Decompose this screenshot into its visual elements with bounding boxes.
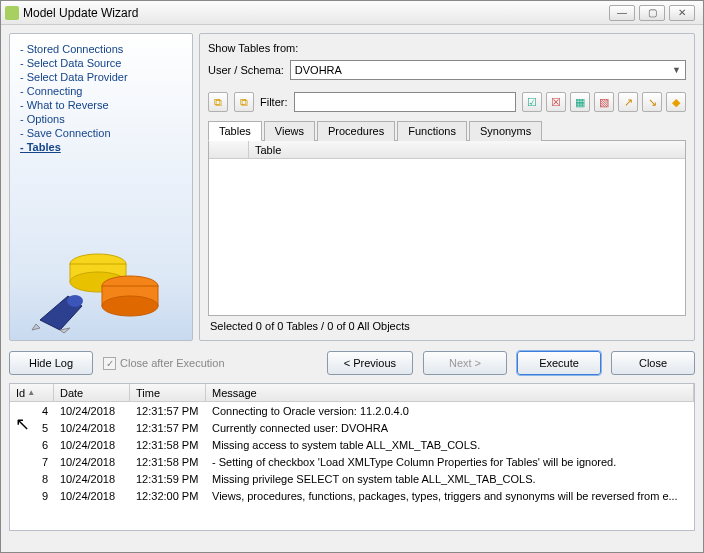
object-list[interactable]: Table: [208, 141, 686, 316]
wizard-window: Model Update Wizard — ▢ ✕ - Stored Conne…: [0, 0, 704, 553]
exclude-toggle-icon-glyph: ↘: [648, 96, 657, 109]
close-window-button[interactable]: ✕: [669, 5, 695, 21]
log-col-time[interactable]: Time: [130, 384, 206, 401]
log-row[interactable]: 410/24/201812:31:57 PMConnecting to Orac…: [10, 402, 694, 419]
log-row[interactable]: 910/24/201812:32:00 PMViews, procedures,…: [10, 487, 694, 504]
filter-apply-icon-glyph: ▦: [575, 96, 585, 109]
maximize-button[interactable]: ▢: [639, 5, 665, 21]
close-button[interactable]: Close: [611, 351, 695, 375]
log-row[interactable]: 710/24/201812:31:58 PM - Setting of chec…: [10, 453, 694, 470]
paste-icon: ⧉: [240, 96, 248, 109]
toolbar-btn-1[interactable]: ⧉: [208, 92, 228, 112]
show-tables-from-label: Show Tables from:: [208, 42, 298, 54]
tab-synonyms[interactable]: Synonyms: [469, 121, 542, 141]
filter-input[interactable]: [294, 92, 517, 112]
checkbox-icon: ✓: [103, 357, 116, 370]
wizard-graphic: [30, 234, 170, 334]
app-icon: [5, 6, 19, 20]
nav-item-what-to-reverse[interactable]: - What to Reverse: [20, 98, 182, 112]
schema-value: DVOHRA: [295, 64, 342, 76]
nav-item-select-data-source[interactable]: - Select Data Source: [20, 56, 182, 70]
log-row[interactable]: 610/24/201812:31:58 PMMissing access to …: [10, 436, 694, 453]
nav-item-connecting[interactable]: - Connecting: [20, 84, 182, 98]
list-checkbox-column[interactable]: [209, 141, 249, 158]
sort-asc-icon: ▲: [27, 388, 35, 397]
execute-button[interactable]: Execute: [517, 351, 601, 375]
nav-item-select-data-provider[interactable]: - Select Data Provider: [20, 70, 182, 84]
select-none-icon[interactable]: ☒: [546, 92, 566, 112]
include-toggle-icon[interactable]: ↗: [618, 92, 638, 112]
schema-label: User / Schema:: [208, 64, 284, 76]
right-panel: Show Tables from: User / Schema: DVOHRA …: [199, 33, 695, 341]
svg-point-5: [102, 296, 158, 316]
window-title: Model Update Wizard: [23, 6, 609, 20]
tab-views[interactable]: Views: [264, 121, 315, 141]
log-col-id[interactable]: Id▲: [10, 384, 54, 401]
highlight-icon[interactable]: ◆: [666, 92, 686, 112]
exclude-toggle-icon[interactable]: ↘: [642, 92, 662, 112]
log-col-date[interactable]: Date: [54, 384, 130, 401]
tab-procedures[interactable]: Procedures: [317, 121, 395, 141]
log-row[interactable]: 510/24/201812:31:57 PMCurrently connecte…: [10, 419, 694, 436]
toolbar-btn-2[interactable]: ⧉: [234, 92, 254, 112]
hide-log-button[interactable]: Hide Log: [9, 351, 93, 375]
next-button: Next >: [423, 351, 507, 375]
tab-tables[interactable]: Tables: [208, 121, 262, 141]
close-after-exec-checkbox[interactable]: ✓ Close after Execution: [103, 357, 225, 370]
nav-item-options[interactable]: - Options: [20, 112, 182, 126]
log-panel: Id▲ Date Time Message 410/24/201812:31:5…: [9, 383, 695, 531]
filter-label: Filter:: [260, 96, 288, 108]
highlight-icon-glyph: ◆: [672, 96, 680, 109]
copy-icon: ⧉: [214, 96, 222, 109]
include-toggle-icon-glyph: ↗: [624, 96, 633, 109]
tab-functions[interactable]: Functions: [397, 121, 467, 141]
filter-clear-icon-glyph: ▧: [599, 96, 609, 109]
log-row[interactable]: 810/24/201812:31:59 PMMissing privilege …: [10, 470, 694, 487]
schema-select[interactable]: DVOHRA ▼: [290, 60, 686, 80]
wizard-nav: - Stored Connections- Select Data Source…: [9, 33, 193, 341]
nav-item-save-connection[interactable]: - Save Connection: [20, 126, 182, 140]
select-all-icon-glyph: ☑: [527, 96, 537, 109]
dropdown-arrow-icon: ▼: [672, 65, 681, 75]
filter-apply-icon[interactable]: ▦: [570, 92, 590, 112]
previous-button[interactable]: < Previous: [327, 351, 413, 375]
list-table-column[interactable]: Table: [249, 144, 685, 156]
select-all-icon[interactable]: ☑: [522, 92, 542, 112]
svg-point-6: [67, 295, 83, 307]
log-col-message[interactable]: Message: [206, 384, 694, 401]
select-none-icon-glyph: ☒: [551, 96, 561, 109]
selection-status: Selected 0 of 0 Tables / 0 of 0 All Obje…: [208, 316, 686, 332]
nav-item-stored-connections[interactable]: - Stored Connections: [20, 42, 182, 56]
nav-item-tables[interactable]: - Tables: [20, 140, 182, 154]
filter-clear-icon[interactable]: ▧: [594, 92, 614, 112]
titlebar: Model Update Wizard — ▢ ✕: [1, 1, 703, 25]
object-type-tabs: TablesViewsProceduresFunctionsSynonyms: [208, 120, 686, 141]
minimize-button[interactable]: —: [609, 5, 635, 21]
